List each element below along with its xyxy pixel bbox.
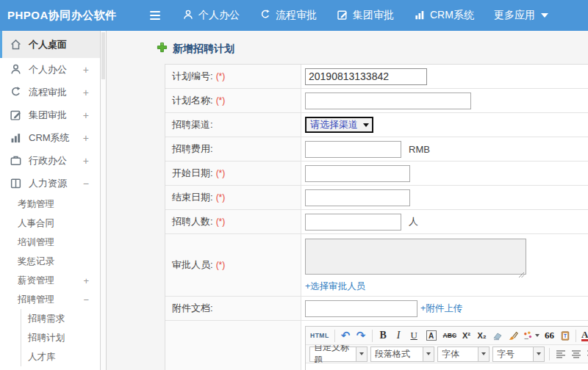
heading-style-select[interactable]: 自定义标题 <box>309 347 368 362</box>
field-label: 计划编号: <box>172 70 213 83</box>
selected-option: 字号 <box>493 347 533 361</box>
sidebar-item-recruit-demand[interactable]: 招聘需求 <box>21 309 100 328</box>
underline-button[interactable]: U <box>407 328 421 343</box>
font-family-select[interactable]: 字体 <box>437 347 490 362</box>
field-label: 招聘费用: <box>172 142 213 156</box>
sidebar-item-personal-office[interactable]: 个人办公 + <box>0 58 100 81</box>
caret-down-icon <box>541 13 548 18</box>
nav-group-approval[interactable]: 集团审批 <box>337 9 394 23</box>
sidebar-item-admin-office[interactable]: 行政办公 + <box>0 149 100 172</box>
menu-toggle-icon[interactable] <box>147 8 163 23</box>
sidebar-item-workflow-approval[interactable]: 流程审批 + <box>0 81 100 104</box>
nav-crm-system[interactable]: CRM系统 <box>414 9 474 23</box>
text-effects-icon[interactable] <box>521 328 541 343</box>
field-label: 审批人员: <box>172 258 213 272</box>
align-right-icon[interactable] <box>584 347 588 361</box>
chart-icon <box>414 9 426 23</box>
collapse-minus-icon[interactable]: − <box>83 294 89 305</box>
channel-select[interactable]: 请选择渠道 <box>305 117 373 133</box>
font-style-button[interactable]: A <box>426 330 437 341</box>
sidebar-item-recruitment[interactable]: 招聘管理 − <box>0 290 100 309</box>
resize-grip-icon[interactable] <box>518 268 525 275</box>
currency-suffix: RMB <box>409 144 430 155</box>
nav-label: 更多应用 <box>494 9 535 22</box>
caret-down-icon <box>533 347 544 361</box>
italic-button[interactable]: I <box>392 328 406 343</box>
sidebar-item-hr[interactable]: 人力资源 − <box>0 172 100 195</box>
superscript-button[interactable]: X² <box>459 328 473 343</box>
sidebar-item-label: 个人办公 <box>29 63 67 76</box>
start-date-input[interactable] <box>305 165 410 182</box>
field-label: 附件文档: <box>172 302 213 315</box>
sidebar-item-desktop[interactable]: 个人桌面 <box>0 31 100 58</box>
plan-number-input[interactable] <box>305 68 427 85</box>
font-size-select[interactable]: 字号 <box>492 347 545 362</box>
required-mark: (*) <box>216 217 226 227</box>
approvers-textarea[interactable] <box>305 239 526 275</box>
sidebar-item-rewards[interactable]: 奖惩记录 <box>0 252 100 271</box>
subscript-button[interactable]: X₂ <box>475 328 489 343</box>
redo-button[interactable]: ↷ <box>354 328 368 343</box>
nav-workflow-approval[interactable]: 流程审批 <box>259 9 317 23</box>
plan-name-input[interactable] <box>305 92 471 109</box>
sidebar-item-attendance[interactable]: 考勤管理 <box>0 195 100 214</box>
form-row-headcount: 招聘人数:(*) 人 <box>165 210 588 234</box>
font-color-button[interactable]: A <box>580 328 588 343</box>
format-painter-icon[interactable] <box>506 328 520 343</box>
sidebar-item-label: 个人桌面 <box>29 38 67 51</box>
expand-plus-icon[interactable]: + <box>83 132 89 144</box>
selected-option: 段落格式 <box>371 347 423 361</box>
nav-personal-office[interactable]: 个人办公 <box>182 9 240 23</box>
blockquote-button[interactable]: 66 <box>542 328 556 343</box>
home-icon <box>10 38 22 51</box>
sidebar-item-label: 薪资管理 <box>18 275 54 287</box>
end-date-input[interactable] <box>305 189 410 206</box>
caret-down-icon <box>535 334 539 337</box>
align-left-icon[interactable] <box>553 347 567 361</box>
sidebar-item-label: 培训管理 <box>18 236 54 249</box>
form-row-plan-number: 计划编号:(*) <box>165 65 588 89</box>
sidebar-scrollbar[interactable] <box>100 31 107 370</box>
nav-label: 个人办公 <box>198 9 240 22</box>
sidebar-item-label: 招聘需求 <box>28 313 65 325</box>
expand-plus-icon[interactable]: + <box>83 64 89 76</box>
sidebar-item-talent-pool[interactable]: 人才库 <box>21 347 100 366</box>
sidebar-item-salary[interactable]: 薪资管理 + <box>0 271 100 290</box>
topbar: PHPOA协同办公软件 个人办公 流程审批 集团审批 CRM系统 更多应用 <box>0 0 588 31</box>
attachment-upload-link[interactable]: +附件上传 <box>420 302 462 315</box>
sidebar-item-group-approval[interactable]: 集团审批 + <box>0 104 100 126</box>
select-approvers-link[interactable]: +选择审批人员 <box>305 280 365 293</box>
expand-plus-icon[interactable]: + <box>83 155 89 167</box>
undo-button[interactable]: ↶ <box>339 328 353 343</box>
eraser-icon[interactable] <box>490 328 504 343</box>
cost-input[interactable] <box>305 141 401 158</box>
align-center-icon[interactable] <box>569 347 583 361</box>
bold-button[interactable]: B <box>376 328 390 343</box>
sidebar-item-label: 奖惩记录 <box>18 255 54 268</box>
attachment-input[interactable] <box>305 300 417 317</box>
editor-content-area[interactable] <box>306 363 588 370</box>
paste-icon[interactable]: T <box>558 328 572 343</box>
form-row-channel: 招聘渠道: 请选择渠道 <box>165 113 588 137</box>
strikethrough-button[interactable]: ABC <box>442 328 458 343</box>
sidebar-item-label: 招聘管理 <box>18 294 54 306</box>
expand-plus-icon[interactable]: + <box>83 275 89 286</box>
sidebar-item-training[interactable]: 培训管理 <box>0 233 100 252</box>
sidebar-item-crm[interactable]: CRM系统 + <box>0 126 100 149</box>
headcount-input[interactable] <box>305 214 401 231</box>
sidebar-item-label: 考勤管理 <box>18 198 54 211</box>
form-row-approvers: 审批人员:(*) +选择审批人员 <box>165 234 588 297</box>
recruitment-submenu: 招聘需求 招聘计划 人才库 <box>21 309 100 366</box>
paragraph-format-select[interactable]: 段落格式 <box>370 347 434 362</box>
sidebar-item-hr-contract[interactable]: 人事合同 <box>0 214 100 233</box>
nav-more-apps[interactable]: 更多应用 <box>494 9 548 22</box>
caret-down-icon <box>363 123 369 127</box>
expand-plus-icon[interactable]: + <box>83 87 89 98</box>
collapse-minus-icon[interactable]: − <box>83 178 89 189</box>
form-row-cost: 招聘费用: RMB <box>165 137 588 162</box>
sidebar-item-recruit-plan[interactable]: 招聘计划 <box>21 328 100 347</box>
html-source-button[interactable]: HTML <box>309 328 331 343</box>
scrollbar-thumb[interactable] <box>101 32 105 79</box>
editor-toolbar-row2: 自定义标题 段落格式 字体 <box>306 345 588 363</box>
expand-plus-icon[interactable]: + <box>83 109 89 121</box>
